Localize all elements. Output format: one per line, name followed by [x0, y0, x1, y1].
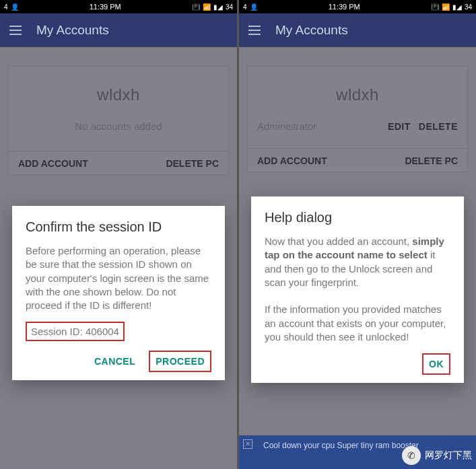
watermark: ✆ 网罗灯下黑 — [402, 446, 472, 465]
vibrate-icon: 📳 — [431, 3, 439, 11]
help-text-pre: Now that you added an account, — [265, 236, 412, 247]
dialog-body: Now that you added an account, simply ta… — [265, 235, 450, 344]
battery-icon: 34 — [226, 3, 233, 11]
content-area: wldxh Administrator EDIT DELETE ADD ACCO… — [239, 47, 476, 469]
app-title: My Accounts — [275, 23, 348, 38]
ad-close-icon[interactable]: ✕ — [243, 439, 252, 449]
ok-button[interactable]: OK — [422, 353, 450, 375]
menu-icon[interactable] — [9, 26, 22, 35]
phone-right: 4 👤 11:39 PM 📳 📶 ▮◢ 34 My Accounts wldxh… — [239, 0, 476, 469]
dialog-overlay: Help dialog Now that you added an accoun… — [239, 47, 476, 469]
dialog-overlay: Confirm the session ID Before performing… — [0, 47, 237, 469]
person-icon: 👤 — [11, 3, 19, 11]
app-bar: My Accounts — [0, 13, 237, 47]
person-icon: 👤 — [250, 3, 258, 11]
status-bar: 4 👤 11:39 PM 📳 📶 ▮◢ 34 — [0, 0, 237, 13]
signal-icon: ▮◢ — [452, 3, 462, 11]
session-id-value: 406004 — [86, 326, 119, 337]
status-time: 11:39 PM — [19, 3, 192, 11]
wifi-icon: 📶 — [442, 3, 450, 11]
status-bar: 4 👤 11:39 PM 📳 📶 ▮◢ 34 — [239, 0, 476, 13]
menu-icon[interactable] — [248, 26, 261, 35]
watermark-text: 网罗灯下黑 — [425, 449, 472, 462]
notif-count-icon: 4 — [4, 3, 8, 11]
notif-count-icon: 4 — [243, 3, 247, 11]
dialog-title: Confirm the session ID — [26, 219, 211, 235]
app-title: My Accounts — [36, 23, 109, 38]
signal-icon: ▮◢ — [213, 3, 223, 11]
help-text-2: If the information you provided matches … — [265, 303, 446, 342]
ad-text: Cool down your cpu Super tiny ram booste… — [263, 441, 419, 450]
proceed-button[interactable]: PROCEED — [149, 351, 211, 372]
content-area: wldxh No accounts added ADD ACCOUNT DELE… — [0, 47, 237, 469]
app-bar: My Accounts — [239, 13, 476, 47]
confirm-session-dialog: Confirm the session ID Before performing… — [12, 206, 225, 380]
phone-left: 4 👤 11:39 PM 📳 📶 ▮◢ 34 My Accounts wldxh… — [0, 0, 237, 469]
help-dialog: Help dialog Now that you added an accoun… — [251, 196, 464, 383]
status-time: 11:39 PM — [258, 3, 431, 11]
cancel-button[interactable]: CANCEL — [88, 351, 142, 372]
session-id-label: Session ID: — [31, 326, 83, 337]
dialog-title: Help dialog — [265, 210, 450, 225]
session-id-row: Session ID: 406004 — [26, 322, 125, 341]
battery-icon: 34 — [465, 3, 472, 11]
vibrate-icon: 📳 — [192, 3, 200, 11]
wifi-icon: 📶 — [203, 3, 211, 11]
wechat-icon: ✆ — [402, 446, 421, 465]
dialog-body: Before performing an operation, please b… — [26, 244, 211, 312]
